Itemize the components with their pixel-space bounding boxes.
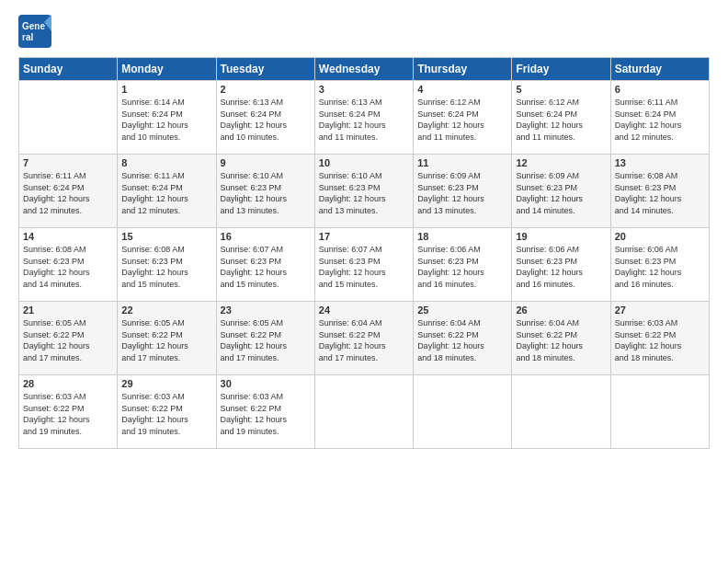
- day-info: Sunrise: 6:12 AM Sunset: 6:24 PM Dayligh…: [417, 97, 507, 143]
- calendar-cell: 22Sunrise: 6:05 AM Sunset: 6:22 PM Dayli…: [118, 302, 216, 375]
- weekday-header-row: SundayMondayTuesdayWednesdayThursdayFrid…: [19, 58, 710, 81]
- svg-text:ral: ral: [22, 32, 33, 42]
- day-number: 16: [221, 231, 311, 242]
- weekday-header-sunday: Sunday: [19, 58, 118, 81]
- day-number: 24: [319, 304, 409, 316]
- calendar-cell: 27Sunrise: 6:03 AM Sunset: 6:22 PM Dayli…: [610, 302, 709, 375]
- calendar-cell: 10Sunrise: 6:10 AM Sunset: 6:23 PM Dayli…: [314, 155, 413, 228]
- day-info: Sunrise: 6:12 AM Sunset: 6:24 PM Dayligh…: [516, 97, 606, 143]
- page: Gene ral SundayMondayTuesdayWednesdayThu…: [0, 0, 728, 563]
- calendar-cell: 14Sunrise: 6:08 AM Sunset: 6:23 PM Dayli…: [19, 228, 118, 302]
- calendar-cell: 2Sunrise: 6:13 AM Sunset: 6:24 PM Daylig…: [216, 81, 314, 155]
- day-number: 21: [23, 304, 113, 316]
- weekday-header-friday: Friday: [512, 58, 610, 81]
- weekday-header-tuesday: Tuesday: [216, 58, 314, 81]
- day-info: Sunrise: 6:14 AM Sunset: 6:24 PM Dayligh…: [121, 97, 211, 143]
- day-number: 3: [319, 84, 409, 95]
- day-number: 2: [221, 84, 311, 95]
- weekday-header-wednesday: Wednesday: [314, 58, 413, 81]
- day-number: 27: [615, 304, 705, 316]
- calendar-cell: 19Sunrise: 6:06 AM Sunset: 6:23 PM Dayli…: [512, 228, 610, 302]
- day-number: 28: [23, 378, 113, 389]
- calendar-cell: 7Sunrise: 6:11 AM Sunset: 6:24 PM Daylig…: [19, 155, 118, 228]
- calendar-cell: 11Sunrise: 6:09 AM Sunset: 6:23 PM Dayli…: [414, 155, 512, 228]
- day-info: Sunrise: 6:03 AM Sunset: 6:22 PM Dayligh…: [221, 391, 311, 437]
- day-number: 19: [516, 231, 606, 242]
- weekday-header-thursday: Thursday: [414, 58, 512, 81]
- logo-icon: Gene ral: [18, 15, 51, 48]
- day-info: Sunrise: 6:04 AM Sunset: 6:22 PM Dayligh…: [319, 317, 409, 363]
- calendar-cell: [414, 375, 512, 449]
- day-info: Sunrise: 6:04 AM Sunset: 6:22 PM Dayligh…: [417, 317, 507, 363]
- day-info: Sunrise: 6:06 AM Sunset: 6:23 PM Dayligh…: [516, 244, 606, 290]
- day-number: 9: [221, 157, 311, 168]
- calendar-cell: 6Sunrise: 6:11 AM Sunset: 6:24 PM Daylig…: [610, 81, 709, 155]
- calendar-cell: [512, 375, 610, 449]
- calendar-cell: 4Sunrise: 6:12 AM Sunset: 6:24 PM Daylig…: [414, 81, 512, 155]
- day-info: Sunrise: 6:07 AM Sunset: 6:23 PM Dayligh…: [319, 244, 409, 290]
- calendar-cell: [314, 375, 413, 449]
- calendar-cell: 1Sunrise: 6:14 AM Sunset: 6:24 PM Daylig…: [118, 81, 216, 155]
- day-number: 17: [319, 231, 409, 242]
- calendar-cell: 12Sunrise: 6:09 AM Sunset: 6:23 PM Dayli…: [512, 155, 610, 228]
- weekday-header-saturday: Saturday: [610, 58, 709, 81]
- svg-rect-0: [18, 15, 51, 48]
- calendar-cell: 24Sunrise: 6:04 AM Sunset: 6:22 PM Dayli…: [314, 302, 413, 375]
- calendar-cell: 20Sunrise: 6:06 AM Sunset: 6:23 PM Dayli…: [610, 228, 709, 302]
- header: Gene ral: [18, 15, 710, 48]
- day-number: 5: [516, 84, 606, 95]
- calendar-cell: [610, 375, 709, 449]
- day-info: Sunrise: 6:08 AM Sunset: 6:23 PM Dayligh…: [23, 244, 113, 290]
- day-number: 18: [417, 231, 507, 242]
- day-info: Sunrise: 6:10 AM Sunset: 6:23 PM Dayligh…: [319, 170, 409, 216]
- calendar-cell: 26Sunrise: 6:04 AM Sunset: 6:22 PM Dayli…: [512, 302, 610, 375]
- day-info: Sunrise: 6:11 AM Sunset: 6:24 PM Dayligh…: [615, 97, 705, 143]
- calendar-cell: 23Sunrise: 6:05 AM Sunset: 6:22 PM Dayli…: [216, 302, 314, 375]
- week-row-4: 21Sunrise: 6:05 AM Sunset: 6:22 PM Dayli…: [19, 302, 710, 375]
- day-info: Sunrise: 6:13 AM Sunset: 6:24 PM Dayligh…: [319, 97, 409, 143]
- calendar-cell: 28Sunrise: 6:03 AM Sunset: 6:22 PM Dayli…: [19, 375, 118, 449]
- day-info: Sunrise: 6:13 AM Sunset: 6:24 PM Dayligh…: [221, 97, 311, 143]
- week-row-5: 28Sunrise: 6:03 AM Sunset: 6:22 PM Dayli…: [19, 375, 710, 449]
- day-info: Sunrise: 6:10 AM Sunset: 6:23 PM Dayligh…: [221, 170, 311, 216]
- day-info: Sunrise: 6:06 AM Sunset: 6:23 PM Dayligh…: [615, 244, 705, 290]
- day-info: Sunrise: 6:05 AM Sunset: 6:22 PM Dayligh…: [23, 317, 113, 363]
- day-info: Sunrise: 6:08 AM Sunset: 6:23 PM Dayligh…: [121, 244, 211, 290]
- calendar-cell: 8Sunrise: 6:11 AM Sunset: 6:24 PM Daylig…: [118, 155, 216, 228]
- calendar-cell: 3Sunrise: 6:13 AM Sunset: 6:24 PM Daylig…: [314, 81, 413, 155]
- calendar-cell: [19, 81, 118, 155]
- day-info: Sunrise: 6:11 AM Sunset: 6:24 PM Dayligh…: [121, 170, 211, 216]
- day-info: Sunrise: 6:05 AM Sunset: 6:22 PM Dayligh…: [121, 317, 211, 363]
- day-number: 23: [221, 304, 311, 316]
- logo: Gene ral: [18, 15, 55, 48]
- calendar-table: SundayMondayTuesdayWednesdayThursdayFrid…: [18, 57, 710, 449]
- day-number: 8: [121, 157, 211, 168]
- week-row-2: 7Sunrise: 6:11 AM Sunset: 6:24 PM Daylig…: [19, 155, 710, 228]
- day-info: Sunrise: 6:03 AM Sunset: 6:22 PM Dayligh…: [121, 391, 211, 437]
- weekday-header-monday: Monday: [118, 58, 216, 81]
- calendar-cell: 15Sunrise: 6:08 AM Sunset: 6:23 PM Dayli…: [118, 228, 216, 302]
- calendar-cell: 16Sunrise: 6:07 AM Sunset: 6:23 PM Dayli…: [216, 228, 314, 302]
- day-info: Sunrise: 6:03 AM Sunset: 6:22 PM Dayligh…: [23, 391, 113, 437]
- day-number: 7: [23, 157, 113, 168]
- day-number: 11: [417, 157, 507, 168]
- day-number: 22: [121, 304, 211, 316]
- day-number: 14: [23, 231, 113, 242]
- day-number: 1: [121, 84, 211, 95]
- calendar-cell: 21Sunrise: 6:05 AM Sunset: 6:22 PM Dayli…: [19, 302, 118, 375]
- day-info: Sunrise: 6:09 AM Sunset: 6:23 PM Dayligh…: [516, 170, 606, 216]
- day-info: Sunrise: 6:05 AM Sunset: 6:22 PM Dayligh…: [221, 317, 311, 363]
- calendar-cell: 17Sunrise: 6:07 AM Sunset: 6:23 PM Dayli…: [314, 228, 413, 302]
- svg-text:Gene: Gene: [22, 21, 45, 31]
- day-number: 20: [615, 231, 705, 242]
- day-info: Sunrise: 6:11 AM Sunset: 6:24 PM Dayligh…: [23, 170, 113, 216]
- day-number: 30: [221, 378, 311, 389]
- day-number: 25: [417, 304, 507, 316]
- calendar-cell: 25Sunrise: 6:04 AM Sunset: 6:22 PM Dayli…: [414, 302, 512, 375]
- day-info: Sunrise: 6:03 AM Sunset: 6:22 PM Dayligh…: [615, 317, 705, 363]
- calendar-cell: 18Sunrise: 6:06 AM Sunset: 6:23 PM Dayli…: [414, 228, 512, 302]
- day-number: 6: [615, 84, 705, 95]
- day-number: 29: [121, 378, 211, 389]
- day-info: Sunrise: 6:04 AM Sunset: 6:22 PM Dayligh…: [516, 317, 606, 363]
- day-info: Sunrise: 6:08 AM Sunset: 6:23 PM Dayligh…: [615, 170, 705, 216]
